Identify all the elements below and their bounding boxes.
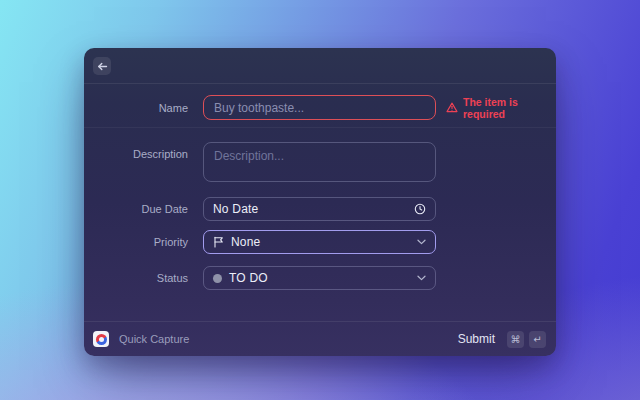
status-label: Status [84,272,203,284]
status-row: Status TO DO [84,266,556,290]
description-textarea[interactable] [203,142,436,182]
app-logo-icon [93,331,109,347]
name-error: The item is required [446,96,556,120]
description-label: Description [84,142,203,160]
due-date-field[interactable]: No Date [203,197,436,221]
window-header [84,48,556,84]
priority-select[interactable]: None [203,230,436,254]
return-key-icon: ↵ [529,331,546,348]
window-footer: Quick Capture Submit ⌘ ↵ [84,321,556,356]
clock-icon [414,203,426,215]
due-date-row: Due Date No Date [84,197,556,221]
due-date-label: Due Date [84,203,203,215]
warning-icon [446,102,458,113]
status-dot-icon [213,274,222,283]
submit-button[interactable]: Submit [458,332,495,346]
desktop-background: Name The item is required Description [0,0,640,400]
name-row: Name The item is required [84,88,556,127]
name-label: Name [84,102,203,114]
arrow-left-icon [97,61,108,72]
chevron-down-icon [417,239,426,245]
status-value: TO DO [229,271,268,285]
description-row: Description [84,142,556,182]
priority-row: Priority None [84,230,556,254]
quick-capture-window: Name The item is required Description [84,48,556,356]
priority-value: None [231,235,261,249]
error-message: The item is required [463,96,556,120]
priority-label: Priority [84,236,203,248]
app-name: Quick Capture [119,333,189,345]
name-input[interactable] [203,95,436,120]
due-date-value: No Date [213,202,258,216]
command-key-icon: ⌘ [507,331,524,348]
back-button[interactable] [93,57,111,75]
chevron-down-icon [417,275,426,281]
flag-icon [213,236,224,248]
section-divider [84,127,556,128]
status-select[interactable]: TO DO [203,266,436,290]
